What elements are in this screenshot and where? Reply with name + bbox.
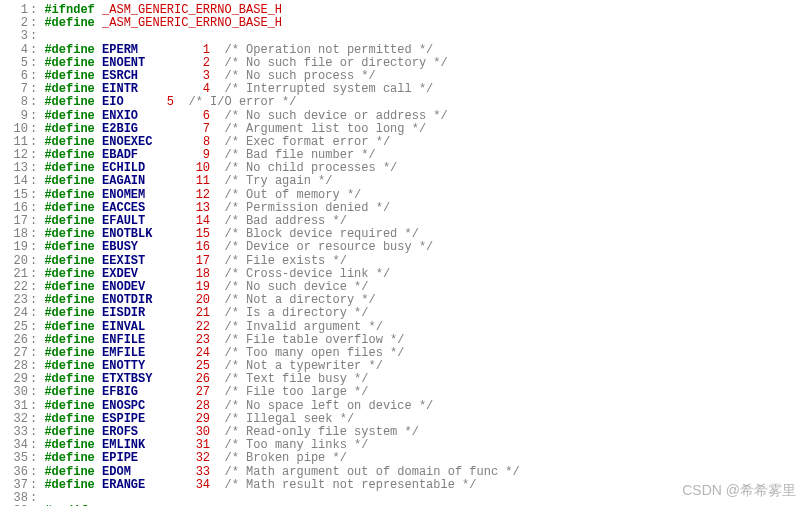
errno-comment: /* Math argument out of domain of func *… (224, 465, 519, 479)
errno-comment: /* Operation not permitted */ (224, 43, 433, 57)
errno-comment: /* Exec format error */ (224, 135, 390, 149)
errno-comment: /* Permission denied */ (224, 201, 390, 215)
pp-keyword: #define (44, 148, 94, 162)
errno-name: ESRCH (102, 69, 138, 83)
errno-value: 9 (203, 148, 210, 162)
pp-keyword: #define (44, 188, 94, 202)
pp-keyword: #define (44, 293, 94, 307)
line-colon: : (30, 412, 44, 426)
line-colon: : (30, 478, 44, 492)
errno-comment: /* Invalid argument */ (224, 320, 382, 334)
errno-comment: /* File too large */ (224, 385, 368, 399)
errno-value: 19 (196, 280, 210, 294)
line-colon: : (30, 346, 44, 360)
errno-name: EACCES (102, 201, 145, 215)
errno-name: ECHILD (102, 161, 145, 175)
pp-keyword: #define (44, 465, 94, 479)
line-number: 25 (0, 321, 30, 334)
line-colon: : (30, 372, 44, 386)
line-number: 36 (0, 466, 30, 479)
pp-keyword: #define (44, 267, 94, 281)
errno-value: 27 (196, 385, 210, 399)
line-number: 19 (0, 241, 30, 254)
pp-keyword: #define (44, 254, 94, 268)
errno-name: ENXIO (102, 109, 138, 123)
errno-name: EEXIST (102, 254, 145, 268)
errno-value: 8 (203, 135, 210, 149)
errno-comment: /* Block device required */ (224, 227, 418, 241)
line-colon: : (30, 29, 44, 43)
errno-name: ETXTBSY (102, 372, 152, 386)
line-colon: : (30, 293, 44, 307)
errno-value: 18 (196, 267, 210, 281)
line-number: 21 (0, 268, 30, 281)
errno-value: 6 (203, 109, 210, 123)
errno-name: EBUSY (102, 240, 138, 254)
errno-value: 20 (196, 293, 210, 307)
errno-comment: /* Too many open files */ (224, 346, 404, 360)
errno-value: 31 (196, 438, 210, 452)
line-colon: : (30, 465, 44, 479)
errno-name: EXDEV (102, 267, 138, 281)
line-colon: : (30, 267, 44, 281)
pp-keyword: #define (44, 122, 94, 136)
errno-name: ENOTDIR (102, 293, 152, 307)
line-colon: : (30, 320, 44, 334)
errno-comment: /* Bad address */ (224, 214, 346, 228)
pp-keyword: #define (44, 320, 94, 334)
errno-comment: /* Not a directory */ (224, 293, 375, 307)
line-colon: : (30, 280, 44, 294)
line-colon: : (30, 148, 44, 162)
line-number: 9 (0, 110, 30, 123)
line-colon: : (30, 425, 44, 439)
errno-value: 21 (196, 306, 210, 320)
line-number: 35 (0, 452, 30, 465)
pp-keyword: #define (44, 346, 94, 360)
line-colon: : (30, 95, 44, 109)
errno-value: 17 (196, 254, 210, 268)
line-number: 14 (0, 175, 30, 188)
line-number: 15 (0, 189, 30, 202)
pp-keyword: #define (44, 399, 94, 413)
line-colon: : (30, 306, 44, 320)
errno-value: 30 (196, 425, 210, 439)
code-line: 37: #define ERANGE 34 /* Math result not… (0, 479, 806, 492)
errno-value: 22 (196, 320, 210, 334)
errno-value: 7 (203, 122, 210, 136)
line-number: 8 (0, 96, 30, 109)
errno-name: EFBIG (102, 385, 138, 399)
pp-keyword: #define (44, 109, 94, 123)
errno-name: EAGAIN (102, 174, 145, 188)
line-colon: : (30, 3, 44, 17)
pp-keyword: #ifndef (44, 3, 94, 17)
errno-value: 12 (196, 188, 210, 202)
errno-name: EINVAL (102, 320, 145, 334)
pp-keyword: #define (44, 306, 94, 320)
pp-keyword: #define (44, 478, 94, 492)
pp-keyword: #define (44, 385, 94, 399)
errno-value: 34 (196, 478, 210, 492)
errno-name: EPIPE (102, 451, 138, 465)
line-number: 30 (0, 386, 30, 399)
line-colon: : (30, 254, 44, 268)
line-number: 37 (0, 479, 30, 492)
line-colon: : (30, 135, 44, 149)
line-number: 5 (0, 57, 30, 70)
errno-comment: /* File exists */ (224, 254, 346, 268)
line-colon: : (30, 438, 44, 452)
pp-keyword: #define (44, 16, 94, 30)
errno-name: EMFILE (102, 346, 145, 360)
errno-comment: /* Is a directory */ (224, 306, 368, 320)
errno-value: 25 (196, 359, 210, 373)
errno-value: 1 (203, 43, 210, 57)
errno-name: ENOTTY (102, 359, 145, 373)
pp-keyword: #define (44, 451, 94, 465)
errno-comment: /* Try again */ (224, 174, 332, 188)
guard-name: _ASM_GENERIC_ERRNO_BASE_H (102, 3, 282, 17)
errno-comment: /* Cross-device link */ (224, 267, 390, 281)
errno-value: 11 (196, 174, 210, 188)
errno-name: EIO (102, 95, 124, 109)
errno-value: 26 (196, 372, 210, 386)
line-colon: : (30, 161, 44, 175)
pp-keyword: #define (44, 201, 94, 215)
